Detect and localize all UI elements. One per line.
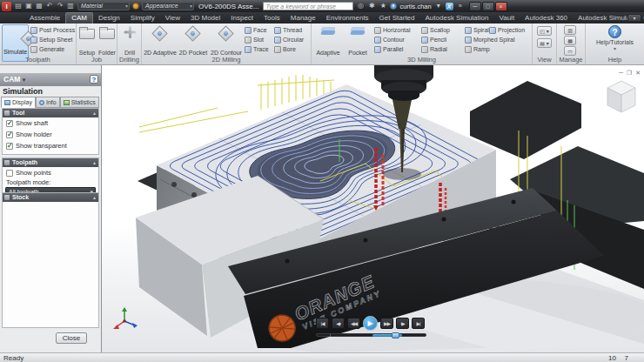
tab-assemble[interactable]: Assemble bbox=[24, 13, 65, 23]
search-icon[interactable]: ◎ bbox=[356, 1, 365, 11]
tab-tools[interactable]: Tools bbox=[258, 13, 285, 23]
appearance-dropdown[interactable]: Appearance bbox=[142, 2, 194, 10]
material-dropdown[interactable]: Material bbox=[77, 2, 130, 10]
group-label-3d-milling[interactable]: 3D Milling bbox=[312, 56, 532, 64]
trace-button[interactable]: Trace bbox=[245, 44, 269, 54]
spiral-button[interactable]: Spiral bbox=[465, 25, 489, 35]
thread-button[interactable]: Thread bbox=[274, 25, 302, 35]
new-icon[interactable]: ▤ bbox=[14, 1, 23, 11]
group-label-2d-milling[interactable]: 2D Milling bbox=[142, 56, 311, 64]
parallel-button[interactable]: Parallel bbox=[374, 44, 403, 54]
2d-adaptive-button[interactable]: 2D Adaptive bbox=[144, 24, 177, 56]
group-label-toolpath[interactable]: Toolpath bbox=[0, 56, 76, 64]
overflow-icon[interactable]: » bbox=[456, 1, 465, 11]
close-button[interactable]: × bbox=[495, 2, 507, 11]
tab-manage[interactable]: Manage bbox=[285, 13, 321, 23]
manage-browser-button[interactable]: ▥ bbox=[564, 25, 576, 35]
timeline-handle[interactable] bbox=[392, 332, 399, 339]
tab-autodesk-360[interactable]: Autodesk 360 bbox=[520, 13, 573, 23]
panel-help-icon[interactable]: ? bbox=[90, 75, 98, 84]
manage-panels-button[interactable]: ▭ bbox=[564, 46, 576, 56]
tab-get-started[interactable]: Get Started bbox=[374, 13, 420, 23]
tab-view[interactable]: View bbox=[160, 13, 185, 23]
morphed-spiral-button[interactable]: Morphed Spiral bbox=[465, 35, 514, 44]
show-transparent-row[interactable]: Show transparent bbox=[3, 140, 98, 151]
generate-button[interactable]: Generate bbox=[30, 44, 64, 54]
signed-in-user[interactable]: curtis.chan bbox=[399, 3, 431, 10]
section-tool-header[interactable]: Tool bbox=[3, 109, 98, 117]
face-button[interactable]: Face bbox=[245, 25, 267, 35]
setup-button[interactable]: Setup bbox=[77, 24, 97, 56]
tab-display[interactable]: Display bbox=[1, 97, 36, 108]
inventor-logo-icon[interactable]: I bbox=[2, 2, 11, 11]
next-operation-button[interactable]: ▪▶ bbox=[396, 318, 409, 329]
graphics-viewport[interactable]: ORANGE VISE COMPANY ORANGE VISE COMPANY … bbox=[102, 65, 644, 352]
2d-pocket-button[interactable]: 2D Pocket bbox=[178, 24, 208, 56]
view-cube[interactable] bbox=[604, 79, 639, 116]
close-simulation-button[interactable]: Close bbox=[56, 332, 87, 344]
tab-inspect[interactable]: Inspect bbox=[225, 13, 258, 23]
browser-header[interactable]: CAM ▾ ? bbox=[0, 73, 101, 86]
go-to-end-button[interactable]: ▶| bbox=[412, 318, 425, 329]
help-tutorials-button[interactable]: ? Help/Tutorials ▾ bbox=[586, 25, 644, 51]
go-to-start-button[interactable]: |◀ bbox=[316, 318, 329, 329]
tab-autodesk-simulation[interactable]: Autodesk Simulation bbox=[420, 13, 494, 23]
doc-close-icon[interactable]: ✕ bbox=[635, 70, 641, 77]
section-stock-header[interactable]: Stock bbox=[3, 193, 98, 202]
tab-simplify[interactable]: Simplify bbox=[125, 13, 160, 23]
tab-cam[interactable]: CAM bbox=[65, 12, 93, 23]
tab-vault[interactable]: Vault bbox=[493, 13, 520, 23]
view-cube-dropdown[interactable]: ◰ ▾ bbox=[537, 26, 552, 36]
show-shaft-checkbox[interactable] bbox=[6, 120, 13, 127]
show-holder-row[interactable]: Show holder bbox=[3, 129, 98, 140]
show-shaft-row[interactable]: Show shaft bbox=[3, 117, 98, 129]
group-label-drilling[interactable]: Drilling bbox=[117, 56, 141, 64]
tab-design[interactable]: Design bbox=[93, 13, 125, 23]
horizontal-button[interactable]: Horizontal bbox=[374, 25, 411, 35]
search-input[interactable]: Type a keyword or phrase bbox=[263, 2, 353, 10]
contour-button[interactable]: Contour bbox=[374, 35, 405, 44]
minimize-button[interactable]: ─ bbox=[469, 2, 481, 11]
play-button[interactable]: ▶ bbox=[363, 316, 378, 331]
show-holder-checkbox[interactable] bbox=[6, 131, 13, 138]
previous-operation-button[interactable]: ◀▪ bbox=[332, 318, 345, 329]
material-color-icon[interactable] bbox=[132, 3, 139, 10]
projection-button[interactable]: Projection bbox=[489, 25, 525, 35]
pocket-button[interactable]: Pocket bbox=[345, 24, 371, 56]
pencil-button[interactable]: Pencil bbox=[421, 35, 446, 44]
group-label-view[interactable]: View bbox=[533, 56, 556, 64]
maximize-button[interactable]: □ bbox=[482, 2, 494, 11]
save-icon[interactable]: ▦ bbox=[35, 1, 44, 11]
radial-button[interactable]: Radial bbox=[421, 44, 447, 54]
scallop-button[interactable]: Scallop bbox=[421, 25, 450, 35]
user-avatar[interactable] bbox=[390, 3, 397, 10]
ribbon-display-toggle-icon[interactable]: ▾ bbox=[627, 14, 641, 22]
tab-info[interactable]: Info bbox=[36, 97, 60, 108]
redo-icon[interactable]: ↷ bbox=[56, 1, 64, 11]
view-layers-dropdown[interactable]: ▤ ▾ bbox=[537, 38, 552, 48]
manage-windows-button[interactable]: ▦ bbox=[564, 36, 576, 45]
exchange-apps-icon[interactable]: X bbox=[446, 3, 453, 10]
slot-button[interactable]: Slot bbox=[245, 35, 264, 44]
undo-icon[interactable]: ↶ bbox=[45, 1, 54, 11]
doc-restore-icon[interactable]: ❐ bbox=[627, 70, 632, 77]
open-icon[interactable]: ▣ bbox=[24, 1, 33, 11]
play-backward-button[interactable]: ◀◀ bbox=[347, 318, 360, 329]
adaptive-button[interactable]: Adaptive bbox=[313, 24, 343, 56]
tab-3d-model[interactable]: 3D Model bbox=[185, 13, 225, 23]
section-toolpath-header[interactable]: Toolpath bbox=[3, 158, 98, 167]
circular-button[interactable]: Circular bbox=[274, 35, 304, 44]
tab-environments[interactable]: Environments bbox=[321, 13, 374, 23]
bore-button[interactable]: Bore bbox=[274, 44, 296, 54]
show-points-checkbox[interactable] bbox=[6, 170, 13, 177]
2d-contour-button[interactable]: 2D Contour bbox=[210, 24, 243, 56]
post-process-button[interactable]: Post Process bbox=[30, 25, 75, 35]
simulation-timeline-slider[interactable] bbox=[316, 333, 426, 337]
print-icon[interactable]: ▥ bbox=[66, 1, 75, 11]
play-forward-button[interactable]: ▶▶ bbox=[380, 318, 393, 329]
favorites-icon[interactable]: ★ bbox=[379, 1, 387, 11]
doc-minimize-icon[interactable]: ─ bbox=[619, 70, 623, 77]
setup-sheet-button[interactable]: Setup Sheet bbox=[30, 35, 73, 44]
tools-icon[interactable]: ✱ bbox=[367, 1, 376, 11]
ramp-button[interactable]: Ramp bbox=[465, 44, 490, 54]
